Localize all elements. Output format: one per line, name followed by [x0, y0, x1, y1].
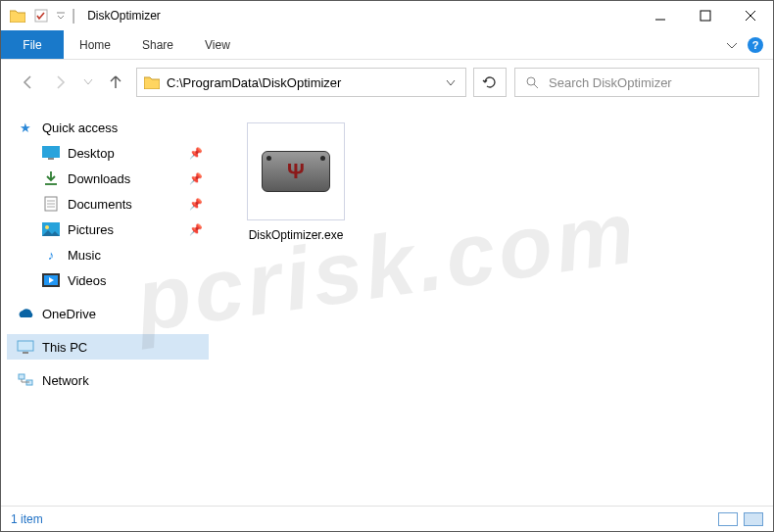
qat-chevron-down-icon[interactable]	[56, 7, 66, 24]
sidebar-item-label: OneDrive	[42, 307, 96, 321]
quick-access-header[interactable]: ★ Quick access	[7, 115, 209, 140]
file-list[interactable]: Ψ DiskOptimizer.exe	[215, 105, 773, 506]
quick-access-icon: ★	[17, 119, 34, 136]
ribbon-expand-icon[interactable]	[726, 36, 738, 54]
ribbon: File Home Share View ?	[1, 30, 773, 60]
file-tab[interactable]: File	[1, 30, 64, 59]
desktop-icon	[42, 144, 60, 162]
sidebar-item-label: This PC	[42, 340, 87, 355]
file-thumbnail: Ψ	[247, 122, 345, 220]
address-bar[interactable]	[136, 68, 466, 97]
sidebar-item-label: Pictures	[68, 222, 114, 237]
minimize-button[interactable]	[638, 1, 683, 30]
forward-button[interactable]	[48, 70, 73, 95]
title-bar: | DiskOptimizer	[1, 1, 773, 30]
address-input[interactable]	[167, 75, 436, 90]
exe-icon: Ψ	[262, 145, 330, 199]
recent-locations-icon[interactable]	[81, 70, 95, 95]
pin-icon: 📌	[189, 198, 203, 211]
thispc-icon	[17, 338, 34, 356]
qat-properties-icon[interactable]	[32, 7, 50, 24]
quick-access-label: Quick access	[42, 121, 118, 135]
documents-icon	[42, 195, 60, 213]
folder-icon	[143, 73, 161, 91]
svg-rect-20	[19, 374, 24, 379]
sidebar-item-pictures[interactable]: Pictures 📌	[7, 217, 209, 242]
nav-row	[1, 60, 773, 105]
svg-line-6	[534, 84, 538, 88]
folder-window-icon	[9, 7, 26, 24]
maximize-button[interactable]	[683, 1, 728, 30]
sidebar-item-label: Videos	[68, 273, 107, 288]
svg-rect-19	[23, 352, 28, 354]
file-name: DiskOptimizer.exe	[232, 228, 360, 242]
help-icon[interactable]: ?	[748, 37, 763, 53]
svg-rect-7	[42, 146, 60, 158]
tab-share[interactable]: Share	[126, 30, 189, 59]
sidebar-item-desktop[interactable]: Desktop 📌	[7, 140, 209, 166]
pin-icon: 📌	[189, 147, 203, 160]
pin-icon: 📌	[189, 223, 203, 236]
address-history-chevron-icon[interactable]	[442, 73, 460, 91]
sidebar-item-label: Music	[68, 248, 101, 263]
svg-rect-18	[18, 341, 33, 351]
sidebar-item-thispc[interactable]: This PC	[7, 334, 209, 360]
sidebar-item-downloads[interactable]: Downloads 📌	[7, 166, 209, 191]
music-icon: ♪	[42, 246, 60, 264]
videos-icon	[42, 271, 60, 289]
title-separator: |	[72, 7, 75, 24]
back-button[interactable]	[15, 70, 40, 95]
sidebar-item-label: Documents	[68, 197, 132, 212]
refresh-button[interactable]	[473, 68, 507, 97]
onedrive-icon	[17, 305, 34, 322]
status-bar: 1 item	[1, 506, 773, 531]
pin-icon: 📌	[189, 172, 203, 185]
sidebar-item-music[interactable]: ♪ Music	[7, 242, 209, 267]
details-view-button[interactable]	[718, 512, 738, 526]
tab-view[interactable]: View	[189, 30, 246, 59]
svg-point-15	[45, 225, 49, 229]
large-icons-view-button[interactable]	[744, 512, 763, 526]
window-title: DiskOptimizer	[87, 9, 161, 23]
sidebar-item-network[interactable]: Network	[7, 367, 209, 393]
file-item[interactable]: Ψ DiskOptimizer.exe	[232, 122, 360, 242]
search-input[interactable]	[549, 75, 750, 90]
sidebar-item-onedrive[interactable]: OneDrive	[7, 301, 209, 326]
tab-home[interactable]: Home	[64, 30, 126, 59]
network-icon	[17, 371, 34, 389]
sidebar-item-label: Downloads	[68, 171, 130, 186]
close-button[interactable]	[728, 1, 773, 30]
sidebar-item-label: Desktop	[68, 146, 115, 161]
downloads-icon	[42, 169, 60, 187]
search-box[interactable]	[514, 68, 759, 97]
up-button[interactable]	[103, 70, 128, 95]
svg-rect-2	[701, 11, 710, 21]
search-icon	[523, 73, 541, 91]
navigation-pane: ★ Quick access Desktop 📌 Downloads 📌 Doc…	[1, 105, 215, 506]
svg-point-5	[527, 77, 535, 85]
svg-rect-8	[48, 158, 54, 160]
sidebar-item-documents[interactable]: Documents 📌	[7, 191, 209, 217]
pictures-icon	[42, 220, 60, 238]
item-count: 1 item	[11, 512, 43, 526]
sidebar-item-label: Network	[42, 373, 89, 388]
sidebar-item-videos[interactable]: Videos	[7, 267, 209, 293]
